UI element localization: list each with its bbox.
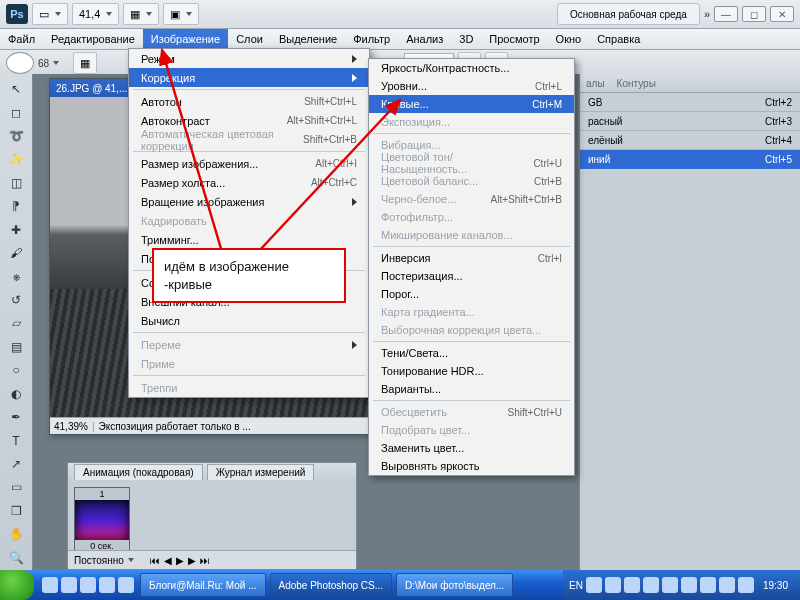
menuitem[interactable]: Коррекция	[129, 68, 369, 87]
next-frame-button[interactable]: ▶	[188, 555, 196, 566]
tray-icon[interactable]	[681, 577, 697, 593]
play-button[interactable]: ▶	[176, 555, 184, 566]
channel-row[interactable]: инийCtrl+5	[580, 150, 800, 169]
menuitem[interactable]: Вычисл	[129, 311, 369, 330]
menuitem[interactable]: Варианты...	[369, 380, 574, 398]
wand-tool[interactable]: ✨	[3, 148, 29, 170]
menu-Файл[interactable]: Файл	[0, 29, 43, 49]
menu-Изображение[interactable]: Изображение	[143, 29, 228, 49]
healing-tool[interactable]: ✚	[3, 219, 29, 241]
window-maximize[interactable]: ◻	[742, 6, 766, 22]
tab-channels[interactable]: алы	[586, 78, 605, 89]
tray-icon[interactable]	[605, 577, 621, 593]
menuitem[interactable]: Постеризация...	[369, 267, 574, 285]
task-browser[interactable]: Блоги@Mail.Ru: Мой ...	[140, 573, 266, 597]
dodge-tool[interactable]: ◐	[3, 382, 29, 404]
ql-icon[interactable]	[118, 577, 134, 593]
zoom-field[interactable]: 41,4	[72, 3, 119, 25]
menuitem[interactable]: Размер изображения...Alt+Ctrl+I	[129, 154, 369, 173]
prev-frame-button[interactable]: ◀	[164, 555, 172, 566]
menu-Окно[interactable]: Окно	[548, 29, 590, 49]
hand-tool[interactable]: ✋	[3, 523, 29, 545]
brush-picker-icon[interactable]	[53, 61, 59, 65]
menuitem[interactable]: АвтотонShift+Ctrl+L	[129, 92, 369, 111]
start-button[interactable]	[0, 570, 34, 600]
clock[interactable]: 19:30	[757, 580, 794, 591]
eraser-tool[interactable]: ▱	[3, 312, 29, 334]
screen-mode-chip[interactable]: ▣	[163, 3, 199, 25]
menu-Выделение[interactable]: Выделение	[271, 29, 345, 49]
channel-row[interactable]: елёныйCtrl+4	[580, 131, 800, 150]
menu-Слои[interactable]: Слои	[228, 29, 271, 49]
move-tool[interactable]: ↖	[3, 78, 29, 100]
shape-tool[interactable]: ▭	[3, 476, 29, 498]
3d-tool[interactable]: ❒	[3, 500, 29, 522]
expand-icon[interactable]: »	[704, 8, 710, 20]
brush-panel-toggle[interactable]: ▦	[73, 52, 97, 74]
channel-row[interactable]: GBCtrl+2	[580, 93, 800, 112]
zoom-readout[interactable]: 41,39%	[54, 421, 88, 432]
gradient-tool[interactable]: ▤	[3, 336, 29, 358]
menuitem[interactable]: Кривые...Ctrl+M	[369, 95, 574, 113]
tray-icon[interactable]	[662, 577, 678, 593]
window-minimize[interactable]: —	[714, 6, 738, 22]
lang-indicator[interactable]: EN	[569, 580, 583, 591]
marquee-tool[interactable]: ◻	[3, 101, 29, 123]
first-frame-button[interactable]: ⏮	[150, 555, 160, 566]
task-photoshop[interactable]: Adobe Photoshop CS...	[270, 573, 393, 597]
path-tool[interactable]: ↗	[3, 453, 29, 475]
menuitem[interactable]: Уровни...Ctrl+L	[369, 77, 574, 95]
window-close[interactable]: ✕	[770, 6, 794, 22]
menu-Фильтр[interactable]: Фильтр	[345, 29, 398, 49]
recent-files-chip[interactable]: ▭	[32, 3, 68, 25]
ql-icon[interactable]	[99, 577, 115, 593]
menu-Просмотр[interactable]: Просмотр	[481, 29, 547, 49]
menuitem[interactable]: Вращение изображения	[129, 192, 369, 211]
menuitem[interactable]: Тени/Света...	[369, 344, 574, 362]
menuitem[interactable]: Выровнять яркость	[369, 457, 574, 475]
menu-Анализ[interactable]: Анализ	[398, 29, 451, 49]
menuitem[interactable]: Яркость/Контрастность...	[369, 59, 574, 77]
menuitem[interactable]: Тонирование HDR...	[369, 362, 574, 380]
workspace-switcher[interactable]: Основная рабочая среда	[557, 3, 700, 25]
menuitem[interactable]: Тримминг...	[129, 230, 369, 249]
tray-icon[interactable]	[643, 577, 659, 593]
tab-measurements[interactable]: Журнал измерений	[207, 464, 315, 480]
channel-row[interactable]: расныйCtrl+3	[580, 112, 800, 131]
crop-tool[interactable]: ◫	[3, 172, 29, 194]
stamp-tool[interactable]: ⎈	[3, 265, 29, 287]
history-brush-tool[interactable]: ↺	[3, 289, 29, 311]
menu-3D[interactable]: 3D	[451, 29, 481, 49]
menuitem[interactable]: Заменить цвет...	[369, 439, 574, 457]
blur-tool[interactable]: ○	[3, 359, 29, 381]
task-explorer[interactable]: D:\Мои фото\выдел...	[396, 573, 513, 597]
menuitem[interactable]: ИнверсияCtrl+I	[369, 249, 574, 267]
tray-icon[interactable]	[700, 577, 716, 593]
tab-paths[interactable]: Контуры	[617, 78, 656, 89]
ql-icon[interactable]	[61, 577, 77, 593]
eyedropper-tool[interactable]: ⁋	[3, 195, 29, 217]
tray-icon[interactable]	[719, 577, 735, 593]
brush-preview[interactable]	[6, 52, 34, 74]
menuitem[interactable]: Размер холста...Alt+Ctrl+C	[129, 173, 369, 192]
menuitem[interactable]: Режим	[129, 49, 369, 68]
tab-animation[interactable]: Анимация (покадровая)	[74, 464, 203, 480]
menuitem[interactable]: Порог...	[369, 285, 574, 303]
last-frame-button[interactable]: ⏭	[200, 555, 210, 566]
tray-icon[interactable]	[738, 577, 754, 593]
loop-selector[interactable]: Постоянно	[74, 555, 124, 566]
brush-tool[interactable]: 🖌	[3, 242, 29, 264]
menu-Редактирование[interactable]: Редактирование	[43, 29, 143, 49]
right-panels: алы Контуры GBCtrl+2расныйCtrl+3елёныйCt…	[579, 74, 800, 570]
tray-icon[interactable]	[586, 577, 602, 593]
ql-icon[interactable]	[80, 577, 96, 593]
lasso-tool[interactable]: ➰	[3, 125, 29, 147]
view-tools-chip[interactable]: ▦	[123, 3, 159, 25]
type-tool[interactable]: T	[3, 429, 29, 451]
zoom-tool[interactable]: 🔍	[3, 546, 29, 568]
animation-frame[interactable]: 1 0 сек.	[74, 487, 130, 553]
ql-icon[interactable]	[42, 577, 58, 593]
menu-Справка[interactable]: Справка	[589, 29, 648, 49]
pen-tool[interactable]: ✒	[3, 406, 29, 428]
tray-icon[interactable]	[624, 577, 640, 593]
